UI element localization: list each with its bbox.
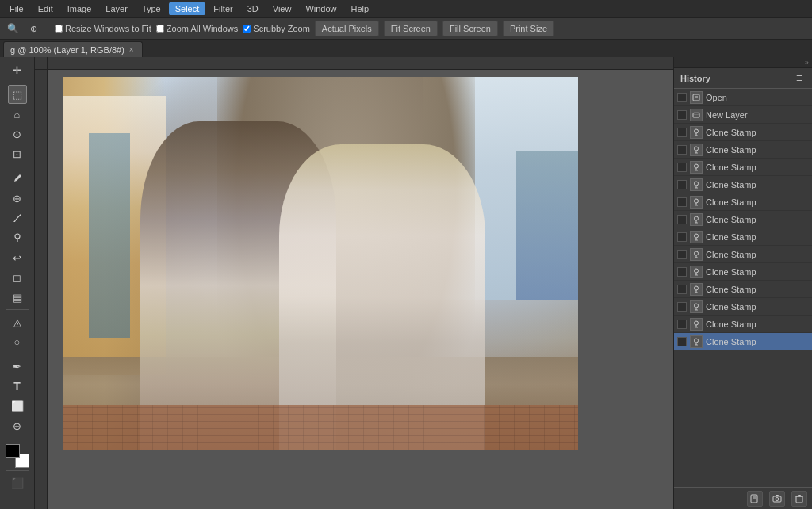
- create-new-snapshot-button[interactable]: [769, 491, 785, 507]
- marquee-tool[interactable]: ⬚: [8, 85, 27, 104]
- history-item-icon: [690, 231, 703, 243]
- history-item-label: Clone Stamp: [706, 267, 809, 277]
- fill-screen-button[interactable]: Fill Screen: [442, 21, 498, 36]
- history-item[interactable]: New Layer: [674, 106, 812, 124]
- eraser-tool[interactable]: ◻: [8, 268, 27, 287]
- canvas-area[interactable]: [35, 57, 673, 509]
- scrubby-zoom-checkbox[interactable]: [243, 25, 251, 33]
- history-item-checkbox[interactable]: [677, 337, 687, 346]
- menu-type[interactable]: Type: [136, 2, 167, 15]
- history-item[interactable]: Clone Stamp: [674, 159, 812, 176]
- tab-close-button[interactable]: ×: [129, 45, 134, 54]
- history-item-checkbox[interactable]: [677, 267, 687, 277]
- lasso-tool[interactable]: ⌂: [8, 105, 27, 124]
- history-item[interactable]: Clone Stamp: [674, 141, 812, 159]
- shape-tool[interactable]: ⬜: [8, 396, 27, 415]
- menu-help[interactable]: Help: [345, 2, 376, 15]
- history-item-checkbox[interactable]: [677, 110, 687, 120]
- resize-windows-option[interactable]: Resize Windows to Fit: [55, 24, 151, 33]
- menu-window[interactable]: Window: [299, 2, 343, 15]
- zoom-in-icon[interactable]: ⊕: [25, 21, 41, 36]
- foreground-color-swatch[interactable]: [6, 444, 20, 458]
- camera-icon: [772, 494, 782, 503]
- menu-image[interactable]: Image: [61, 2, 98, 15]
- history-item[interactable]: Clone Stamp: [674, 298, 812, 316]
- document-tab[interactable]: g @ 100% (Layer 1, RGB/8#) ×: [3, 41, 143, 57]
- history-item-checkbox[interactable]: [677, 320, 687, 329]
- menu-layer[interactable]: Layer: [99, 2, 134, 15]
- history-list[interactable]: OpenNew LayerClone StampClone StampClone…: [674, 89, 812, 487]
- right-panel: » History ☰ OpenNew LayerClone StampClon…: [673, 57, 812, 509]
- history-item-label: Clone Stamp: [706, 215, 809, 224]
- history-item-icon: [690, 266, 703, 278]
- pen-tool[interactable]: ✒: [8, 357, 27, 376]
- history-item[interactable]: Clone Stamp: [674, 124, 812, 141]
- zoom-tool[interactable]: ⊕: [8, 416, 27, 435]
- history-item[interactable]: Clone Stamp: [674, 193, 812, 211]
- zoom-all-checkbox[interactable]: [156, 25, 164, 33]
- history-item[interactable]: Clone Stamp: [674, 316, 812, 333]
- quick-select-tool[interactable]: ⊙: [8, 124, 27, 144]
- ruler-top: [48, 57, 673, 70]
- delete-state-button[interactable]: [791, 491, 807, 507]
- tab-label: g @ 100% (Layer 1, RGB/8#): [10, 45, 124, 55]
- menu-view[interactable]: View: [266, 2, 298, 15]
- print-size-button[interactable]: Print Size: [503, 21, 554, 36]
- history-item-checkbox[interactable]: [677, 232, 687, 242]
- menu-3d[interactable]: 3D: [241, 2, 265, 15]
- color-swatches[interactable]: [6, 444, 29, 468]
- history-item-checkbox[interactable]: [677, 145, 687, 155]
- history-item-checkbox[interactable]: [677, 93, 687, 102]
- eyedropper-tool[interactable]: [8, 169, 27, 188]
- text-tool[interactable]: T: [8, 377, 27, 396]
- history-menu-icon[interactable]: ☰: [793, 72, 806, 85]
- history-item-checkbox[interactable]: [677, 302, 687, 312]
- dodge-tool[interactable]: ○: [8, 332, 27, 351]
- history-item[interactable]: Open: [674, 89, 812, 106]
- menu-edit[interactable]: Edit: [32, 2, 59, 15]
- history-item-checkbox[interactable]: [677, 163, 687, 172]
- gradient-tool[interactable]: ▤: [8, 288, 27, 307]
- history-item-checkbox[interactable]: [677, 197, 687, 207]
- healing-brush-tool[interactable]: ⊕: [8, 189, 27, 208]
- create-new-document-button[interactable]: [747, 491, 763, 507]
- history-item-checkbox[interactable]: [677, 180, 687, 189]
- photo-inner: [63, 77, 578, 450]
- photo-canvas[interactable]: [63, 77, 578, 450]
- scrubby-zoom-option[interactable]: Scrubby Zoom: [243, 24, 310, 33]
- tool-separator-1: [6, 82, 29, 82]
- actual-pixels-button[interactable]: Actual Pixels: [315, 21, 379, 36]
- zoom-out-icon[interactable]: 🔍: [5, 21, 21, 36]
- menu-file[interactable]: File: [3, 2, 30, 15]
- main-layout: ✛ ⬚ ⌂ ⊙ ⊡ ⊕ ↩ ◻ ▤ ◬ ○ ✒ T ⬜ ⊕: [0, 57, 812, 509]
- history-item-checkbox[interactable]: [677, 215, 687, 224]
- move-tool[interactable]: ✛: [8, 60, 27, 79]
- fit-screen-button[interactable]: Fit Screen: [384, 21, 438, 36]
- resize-windows-checkbox[interactable]: [55, 25, 63, 33]
- history-item-checkbox[interactable]: [677, 128, 687, 137]
- history-item[interactable]: Clone Stamp: [674, 246, 812, 263]
- zoom-all-option[interactable]: Zoom All Windows: [156, 24, 238, 33]
- svg-point-36: [695, 304, 699, 308]
- panel-collapse-button[interactable]: »: [674, 57, 812, 68]
- history-item[interactable]: Clone Stamp: [674, 263, 812, 281]
- clone-stamp-tool[interactable]: [8, 228, 27, 247]
- menu-select[interactable]: Select: [169, 2, 206, 15]
- history-brush-tool[interactable]: ↩: [8, 248, 27, 267]
- svg-point-0: [15, 234, 20, 239]
- history-item[interactable]: Clone Stamp: [674, 228, 812, 246]
- history-item-icon: [690, 248, 703, 261]
- history-item-checkbox[interactable]: [677, 250, 687, 259]
- menu-filter[interactable]: Filter: [207, 2, 239, 15]
- ruler-corner: [35, 57, 48, 70]
- history-item[interactable]: Clone Stamp: [674, 281, 812, 298]
- history-item-label: Clone Stamp: [706, 232, 809, 242]
- blur-tool[interactable]: ◬: [8, 312, 27, 331]
- screen-mode-btn[interactable]: ⬛: [8, 473, 27, 492]
- crop-tool[interactable]: ⊡: [8, 144, 27, 163]
- history-item-checkbox[interactable]: [677, 285, 687, 294]
- history-item[interactable]: Clone Stamp: [674, 176, 812, 193]
- history-item[interactable]: Clone Stamp: [674, 333, 812, 350]
- brush-tool[interactable]: [8, 209, 27, 228]
- history-item[interactable]: Clone Stamp: [674, 211, 812, 228]
